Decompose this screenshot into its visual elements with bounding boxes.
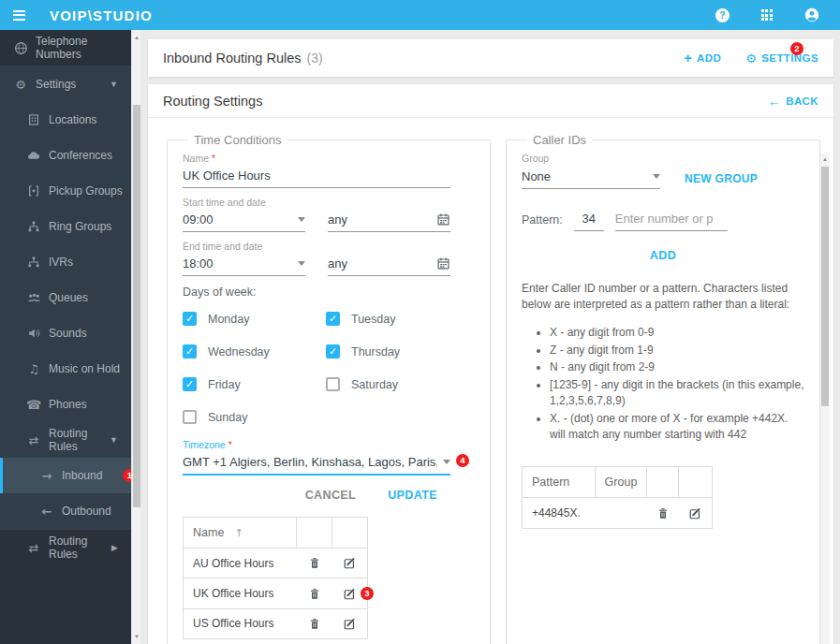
checkbox-thursday[interactable] [326,344,340,359]
sidebar-item-settings[interactable]: ⚙ Settings ▼ [0,66,131,102]
chevron-right-icon: ▶ [111,543,118,552]
checkbox-wednesday[interactable] [183,344,197,359]
help-icon[interactable]: ? [715,8,729,22]
help-bullet: X - any digit from 0-9 [550,325,804,341]
speaker-icon [26,326,41,341]
gear-icon: ⚙ [745,51,757,66]
ring-group-tree-icon [26,219,41,234]
edit-icon[interactable] [343,617,357,631]
rule-name: UK Office Hours [184,578,297,608]
sidebar-item-queues[interactable]: Queues [0,280,131,315]
sidebar-item-label: Ring Groups [49,220,111,233]
day-wednesday[interactable]: Wednesday [183,344,326,359]
scroll-down-arrow[interactable]: ▼ [132,631,141,642]
cancel-button[interactable]: CANCEL [305,489,356,502]
rules-table-name-header[interactable]: Name ↑ [184,518,297,549]
sidebar-item-phones[interactable]: ☎ Phones [0,387,131,422]
name-input[interactable] [183,167,450,188]
panel-title: Routing Settings [163,94,262,109]
sidebar-item-pickup-groups[interactable]: Pickup Groups [0,173,131,209]
pattern-input[interactable] [615,210,728,231]
sidebar-item-telephone-numbers[interactable]: Telephone Numbers [0,30,131,66]
timezone-label: Timezone * [183,439,475,450]
delete-icon[interactable] [308,587,321,601]
start-time-select[interactable]: 09:00 [183,211,305,232]
sidebar-item-locations[interactable]: Locations [0,102,131,138]
main-scrollbar[interactable]: ▲ ▼ [131,30,140,644]
page-count: (3) [307,51,323,66]
name-field: Name * [183,153,475,188]
end-field: End time and date 18:00 any [183,241,475,276]
update-button[interactable]: UPDATE [388,489,437,502]
edit-icon[interactable] [688,506,702,520]
day-thursday[interactable]: Thursday [326,344,466,359]
sidebar-item-conferences[interactable]: Conferences [0,138,131,173]
timezone-select[interactable]: GMT +1 Algiers, Berlin, Kinshasa, Lagos,… [183,453,450,476]
menu-hamburger-icon[interactable] [13,10,25,21]
panel-scrollbar[interactable]: ▲ [820,154,830,644]
user-account-icon[interactable] [804,7,819,22]
app-logo: VOIP\STUDIO [50,7,153,23]
calendar-icon[interactable] [436,256,450,271]
back-button[interactable]: ← BACK [768,94,818,109]
time-conditions-legend: Time Conditions [188,133,287,147]
checkbox-saturday[interactable] [326,377,340,391]
add-pattern-button[interactable]: ADD [650,249,676,262]
rules-table: Name ↑ AU Office Hours [183,517,368,639]
sidebar-item-sounds[interactable]: Sounds [0,315,131,351]
sidebar-item-inbound[interactable]: → Inbound 1 [0,458,131,493]
patterns-table-group-header[interactable]: Group [595,467,647,498]
checkbox-friday[interactable] [183,377,197,391]
sidebar-item-label: Routing Rules [49,534,111,561]
edit-icon[interactable] [343,556,357,570]
checkbox-monday[interactable] [183,312,197,326]
edit-icon[interactable] [343,587,357,601]
sidebar-item-music-on-hold[interactable]: ♫ Music on Hold [0,351,131,387]
group-select[interactable]: None [522,168,660,189]
help-bullet: N - any digit from 2-9 [550,359,804,375]
scroll-up-arrow[interactable]: ▲ [820,154,830,165]
day-tuesday[interactable]: Tuesday [326,312,466,326]
delete-icon[interactable] [308,617,321,631]
name-label: Name * [183,153,475,164]
sidebar-item-routing-rules[interactable]: ⇄ Routing Rules ▼ [0,422,131,458]
back-arrow-icon: ← [768,94,781,109]
settings-button[interactable]: ⚙ SETTINGS 2 [745,51,818,66]
scrollbar-thumb[interactable] [821,167,829,406]
scrollbar-thumb[interactable] [133,105,140,507]
new-group-button[interactable]: NEW GROUP [685,172,758,185]
sidebar-item-ring-groups[interactable]: Ring Groups [0,209,131,244]
pattern-prefix-input[interactable] [574,210,604,231]
sidebar-item-outbound[interactable]: ← Outbound [0,493,131,529]
end-date-picker[interactable]: any [328,255,450,276]
patterns-table-pattern-header[interactable]: Pattern [523,467,596,498]
checkbox-tuesday[interactable] [326,312,340,326]
scroll-up-arrow[interactable]: ▲ [132,32,141,43]
delete-icon[interactable] [308,556,321,570]
day-monday[interactable]: Monday [183,312,326,326]
patterns-table: Pattern Group +44845X. [522,466,713,528]
pattern-label: Pattern: [522,213,563,231]
day-friday[interactable]: Friday [183,377,326,391]
day-sunday[interactable]: Sunday [183,410,326,424]
apps-grid-icon[interactable] [761,9,773,21]
sidebar-item-label: Inbound [62,469,102,482]
sidebar-item-routing-rules-2[interactable]: ⇄ Routing Rules ▶ [0,530,131,565]
table-row: US Office Hours [184,608,368,638]
caller-ids-fieldset: Caller IDs Group None NEW GROUP Patter [506,133,820,644]
pattern-help-list: X - any digit from 0-9 Z - any digit fro… [550,325,804,443]
checkbox-sunday[interactable] [183,410,197,424]
tutorial-badge-3: 3 [361,587,374,600]
delete-icon[interactable] [656,506,670,520]
day-saturday[interactable]: Saturday [326,377,466,391]
sidebar-item-label: Outbound [62,505,111,518]
topbar: VOIP\STUDIO ? [0,0,840,30]
start-date-picker[interactable]: any [328,211,450,232]
table-row: +44845X. [523,498,713,528]
add-button[interactable]: + ADD [685,51,722,66]
timezone-field: Timezone * GMT +1 Algiers, Berlin, Kinsh… [183,439,475,476]
end-time-select[interactable]: 18:00 [183,255,305,276]
tutorial-badge-2: 2 [790,42,803,55]
sidebar-item-ivrs[interactable]: IVRs [0,244,131,280]
calendar-icon[interactable] [436,212,450,227]
